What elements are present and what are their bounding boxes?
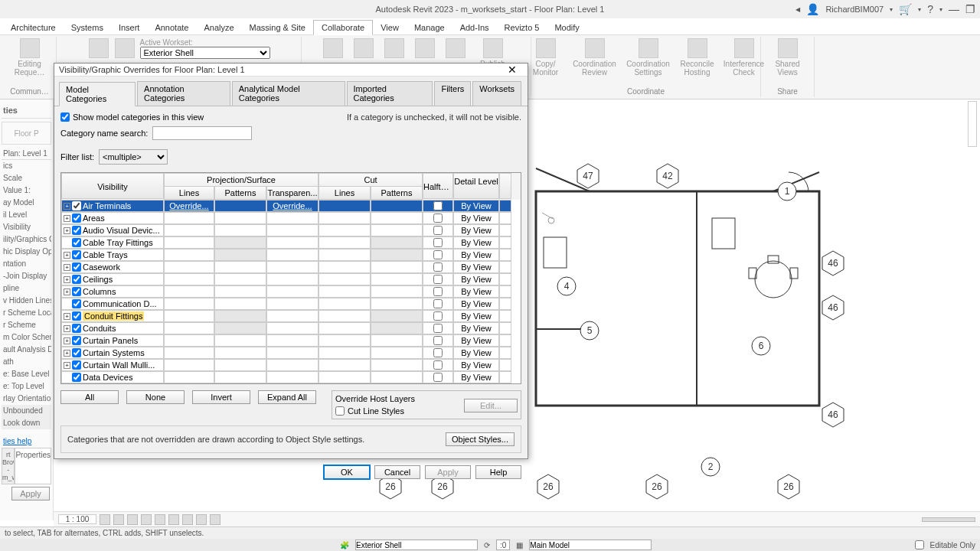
detail-level-cell[interactable]: By View [453, 371, 499, 383]
category-checkbox[interactable] [72, 287, 81, 296]
expand-icon[interactable]: + [64, 289, 70, 295]
tab-view[interactable]: View [373, 21, 407, 34]
category-row[interactable]: +CaseworkBy View [61, 261, 521, 273]
detail-level-cell[interactable]: By View [453, 224, 499, 236]
none-button[interactable]: None [126, 390, 185, 404]
model-icon[interactable]: ▦ [516, 541, 523, 549]
halftone-checkbox[interactable] [433, 373, 443, 382]
halftone-checkbox[interactable] [433, 238, 443, 247]
category-row[interactable]: +Conduit FittingsBy View [61, 310, 521, 322]
category-row[interactable]: +Curtain PanelsBy View [61, 334, 521, 347]
category-search-input[interactable] [152, 126, 252, 140]
rendering-icon[interactable] [155, 514, 165, 525]
coordination-review-button[interactable]: Coordination Review [570, 38, 619, 77]
shared-views-button[interactable]: Shared Views [768, 38, 808, 77]
reconcile-hosting-button[interactable]: Reconcile Hosting [678, 38, 717, 77]
edit-host-layers-button[interactable]: Edit... [464, 399, 518, 412]
category-row[interactable]: Cable Tray FittingsBy View [61, 236, 521, 249]
col-cut-lines[interactable]: Lines [318, 186, 371, 200]
ok-button[interactable]: OK [324, 465, 370, 479]
halftone-checkbox[interactable] [433, 250, 443, 259]
props-apply-button[interactable]: Apply [11, 487, 50, 500]
copy-monitor-button[interactable]: Copy/ Monitor [526, 38, 566, 77]
tab-insert[interactable]: Insert [111, 21, 148, 34]
invert-button[interactable]: Invert [192, 390, 250, 404]
detail-level-cell[interactable]: By View [453, 310, 499, 322]
tab-systems[interactable]: Systems [64, 21, 111, 34]
category-checkbox[interactable] [72, 201, 81, 210]
expand-icon[interactable]: + [64, 215, 70, 222]
detail-level-cell[interactable]: By View [453, 236, 499, 249]
minimize-icon[interactable]: — [949, 3, 959, 15]
project-browser-tab[interactable]: rt Browser - m_worksets_start [2, 448, 15, 484]
category-row[interactable]: +Curtain SystemsBy View [61, 347, 521, 359]
category-checkbox[interactable] [72, 373, 81, 382]
active-workset-status[interactable] [355, 540, 478, 550]
category-row[interactable]: Data DevicesBy View [61, 371, 521, 383]
property-row[interactable]: Value 1: [2, 184, 51, 197]
category-checkbox[interactable] [72, 262, 81, 272]
expand-all-button[interactable]: Expand All [258, 390, 316, 404]
halftone-checkbox[interactable] [433, 287, 443, 296]
restore-icon[interactable]: ❐ [965, 3, 975, 15]
rb2[interactable] [114, 38, 136, 60]
property-row[interactable]: hic Display Op [2, 246, 51, 258]
halftone-checkbox[interactable] [433, 201, 443, 210]
tab-annotation-categories[interactable]: Annotation Categories [137, 81, 230, 106]
property-row[interactable]: v Hidden Lines [2, 295, 51, 307]
override-lines-link[interactable]: Override... [169, 201, 208, 210]
tab-manage[interactable]: Manage [407, 21, 452, 34]
property-row[interactable]: e: Top Level [2, 380, 51, 393]
tab-annotate[interactable]: Annotate [147, 21, 196, 34]
halftone-checkbox[interactable] [433, 360, 443, 370]
detail-level-cell[interactable]: By View [453, 200, 499, 212]
category-row[interactable]: +ColumnsBy View [61, 285, 521, 298]
tab-architecture[interactable]: Architecture [3, 21, 64, 34]
cart-icon[interactable]: 🛒 [899, 3, 912, 15]
reveal-icon[interactable] [210, 514, 220, 525]
property-row[interactable]: ility/Graphics C [2, 233, 51, 246]
category-row[interactable]: +CeilingsBy View [61, 273, 521, 285]
dropdown-caret-icon[interactable]: ◀ [795, 6, 800, 13]
halftone-checkbox[interactable] [433, 324, 443, 333]
property-row[interactable]: ics [2, 160, 51, 172]
category-checkbox[interactable] [72, 226, 81, 235]
halftone-checkbox[interactable] [433, 348, 443, 357]
category-row[interactable]: +Curtain Wall Mulli...By View [61, 359, 521, 371]
property-row[interactable]: pline [2, 282, 51, 295]
expand-icon[interactable]: + [64, 252, 70, 259]
user-icon[interactable]: 👤 [806, 3, 819, 15]
filter-list-select[interactable]: <multiple> [99, 149, 168, 165]
show-crop-icon[interactable] [182, 514, 193, 525]
halftone-checkbox[interactable] [433, 226, 443, 235]
editable-only-checkbox[interactable] [915, 540, 924, 549]
zoom-slider[interactable] [922, 517, 975, 522]
property-row[interactable]: il Level [2, 209, 51, 221]
halftone-checkbox[interactable] [433, 299, 443, 308]
sun-path-icon[interactable] [127, 514, 138, 525]
property-row[interactable]: ault Analysis Di [2, 344, 51, 356]
expand-icon[interactable]: + [64, 313, 70, 320]
expand-icon[interactable]: + [64, 350, 70, 357]
properties-help-link[interactable]: ties help [2, 435, 51, 448]
expand-icon[interactable]: + [64, 227, 70, 234]
property-row[interactable]: e: Base Level [2, 368, 51, 380]
tab-imported-categories[interactable]: Imported Categories [347, 81, 433, 106]
col-proj-transparency[interactable]: Transparen... [266, 186, 318, 200]
tab-analyze[interactable]: Analyze [196, 21, 241, 34]
expand-icon[interactable]: + [64, 362, 70, 369]
detail-level-cell[interactable]: By View [453, 359, 499, 371]
col-proj-patterns[interactable]: Patterns [214, 186, 266, 200]
category-row[interactable]: +ConduitsBy View [61, 322, 521, 334]
detail-level-cell[interactable]: By View [453, 298, 499, 310]
dialog-close-button[interactable]: ✕ [501, 64, 523, 76]
tab-analytical-categories[interactable]: Analytical Model Categories [232, 81, 345, 106]
expand-icon[interactable]: + [64, 325, 70, 332]
property-row[interactable]: rlay Orientation [2, 393, 51, 405]
show-categories-checkbox[interactable] [60, 112, 70, 122]
expand-icon[interactable]: + [64, 264, 70, 271]
tab-worksets[interactable]: Worksets [472, 81, 521, 106]
crop-view-icon[interactable] [168, 514, 179, 525]
sync-icon[interactable]: ⟳ [484, 541, 490, 549]
tab-collaborate[interactable]: Collaborate [313, 20, 373, 35]
